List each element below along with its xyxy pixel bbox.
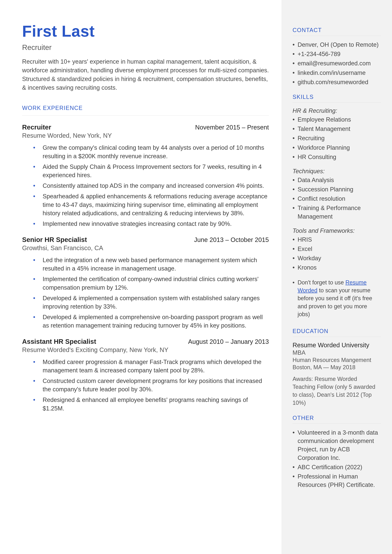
job-dates: June 2013 – October 2015	[194, 236, 269, 243]
tip-item: Don't forget to use Resume Worded to sca…	[293, 279, 381, 318]
other-list: Volunteered in a 3-month data communicat…	[293, 428, 381, 489]
skill-item: HR Consulting	[293, 153, 381, 161]
education-awards: Awards: Resume Worded Teaching Fellow (o…	[293, 375, 381, 407]
skill-group-label: HR & Recruiting:	[293, 107, 381, 114]
skills-heading: SKILLS	[293, 94, 381, 100]
job-title: Recruiter	[22, 124, 51, 131]
job-bullet: Spearheaded & applied enhancements & ref…	[33, 192, 269, 217]
job-bullet: Consistently attained top ADS in the com…	[33, 182, 269, 190]
summary-text: Recruiter with 10+ years' experience in …	[22, 57, 269, 92]
job-entry: Senior HR SpecialistJune 2013 – October …	[22, 236, 269, 330]
skill-item: Recruiting	[293, 134, 381, 142]
education-school: Resume Worded University	[293, 342, 381, 349]
contact-item: +1-234-456-789	[293, 50, 381, 58]
sidebar-column: CONTACT Denver, OH (Open to Remote)+1-23…	[281, 0, 392, 554]
other-section: OTHER Volunteered in a 3-month data comm…	[293, 415, 381, 489]
contact-item: email@resumeworded.com	[293, 59, 381, 68]
job-dates: August 2010 – January 2013	[188, 338, 269, 345]
job-header: RecruiterNovember 2015 – Present	[22, 124, 269, 131]
job-bullet: Implemented the certification of company…	[33, 275, 269, 292]
job-header: Senior HR SpecialistJune 2013 – October …	[22, 236, 269, 244]
other-heading: OTHER	[293, 415, 381, 421]
job-header: Assistant HR SpecialistAugust 2010 – Jan…	[22, 338, 269, 345]
skill-item: Data Analysis	[293, 176, 381, 184]
job-company: Growthsi, San Francisco, CA	[22, 245, 269, 252]
skill-item: Workday	[293, 254, 381, 262]
contact-section: CONTACT Denver, OH (Open to Remote)+1-23…	[293, 27, 381, 86]
job-company: Resume Worded, New York, NY	[22, 132, 269, 139]
job-bullet: Modified career progression & manager Fa…	[33, 358, 269, 375]
skill-item: Kronos	[293, 263, 381, 272]
contact-heading: CONTACT	[293, 27, 381, 34]
job-bullet: Led the integration of a new web based p…	[33, 256, 269, 273]
education-section: EDUCATION Resume Worded University MBA H…	[293, 328, 381, 407]
skills-groups: HR & Recruiting:Employee RelationsTalent…	[293, 107, 381, 272]
skill-group-label: Techniques:	[293, 168, 381, 175]
skill-item: Succession Planning	[293, 185, 381, 194]
job-bullet: Constructed custom career development pr…	[33, 377, 269, 393]
tip-before: Don't forget to use	[298, 279, 345, 286]
skill-group-label: Tools and Frameworks:	[293, 227, 381, 234]
job-bullets: Led the integration of a new web based p…	[22, 256, 269, 330]
contact-item: github.com/resumeworded	[293, 78, 381, 86]
other-item: ABC Certification (2022)	[293, 463, 381, 471]
skill-item: Employee Relations	[293, 115, 381, 124]
job-entry: Assistant HR SpecialistAugust 2010 – Jan…	[22, 338, 269, 413]
main-column: First Last Recruiter Recruiter with 10+ …	[0, 0, 281, 554]
skill-item: Excel	[293, 245, 381, 253]
person-role: Recruiter	[22, 43, 269, 52]
skill-item: Talent Management	[293, 125, 381, 133]
education-heading: EDUCATION	[293, 328, 381, 335]
contact-item: Denver, OH (Open to Remote)	[293, 41, 381, 49]
job-bullet: Implemented new innovative strategies in…	[33, 220, 269, 228]
job-title: Assistant HR Specialist	[22, 338, 96, 345]
other-item: Volunteered in a 3-month data communicat…	[293, 428, 381, 462]
skill-item: Workforce Planning	[293, 144, 381, 152]
skills-section: SKILLS HR & Recruiting:Employee Relation…	[293, 94, 381, 318]
person-name: First Last	[22, 22, 269, 40]
job-dates: November 2015 – Present	[195, 124, 269, 131]
resume-page: First Last Recruiter Recruiter with 10+ …	[0, 0, 392, 554]
job-bullet: Grew the company's clinical coding team …	[33, 144, 269, 160]
skill-list: Data AnalysisSuccession PlanningConflict…	[293, 176, 381, 221]
job-bullet: Aided the Supply Chain & Process Improve…	[33, 163, 269, 179]
job-title: Senior HR Specialist	[22, 236, 87, 244]
job-bullet: Developed & implemented a comprehensive …	[33, 313, 269, 330]
job-bullets: Modified career progression & manager Fa…	[22, 358, 269, 413]
contact-list: Denver, OH (Open to Remote)+1-234-456-78…	[293, 41, 381, 86]
contact-item: linkedin.com/in/username	[293, 69, 381, 77]
skill-list: Employee RelationsTalent ManagementRecru…	[293, 115, 381, 161]
education-degree: MBA	[293, 349, 381, 356]
other-item: Professional in Human Resources (PHR) Ce…	[293, 472, 381, 489]
skill-item: HRIS	[293, 235, 381, 244]
tip-text: Don't forget to use Resume Worded to sca…	[293, 279, 381, 318]
job-company: Resume Worded's Exciting Company, New Yo…	[22, 346, 269, 353]
education-location: Boston, MA — May 2018	[293, 364, 381, 371]
divider	[293, 36, 381, 36]
jobs-container: RecruiterNovember 2015 – PresentResume W…	[22, 124, 269, 413]
job-bullets: Grew the company's clinical coding team …	[22, 144, 269, 228]
skill-list: HRISExcelWorkdayKronos	[293, 235, 381, 272]
education-field: Human Resources Mangement	[293, 357, 381, 363]
job-bullet: Redesigned & enhanced all employee benef…	[33, 396, 269, 413]
job-bullet: Developed & implemented a compensation s…	[33, 294, 269, 311]
skill-item: Conflict resolution	[293, 195, 381, 203]
skill-item: Training & Performance Management	[293, 204, 381, 221]
work-experience-heading: WORK EXPERIENCE	[22, 105, 269, 116]
job-entry: RecruiterNovember 2015 – PresentResume W…	[22, 124, 269, 228]
